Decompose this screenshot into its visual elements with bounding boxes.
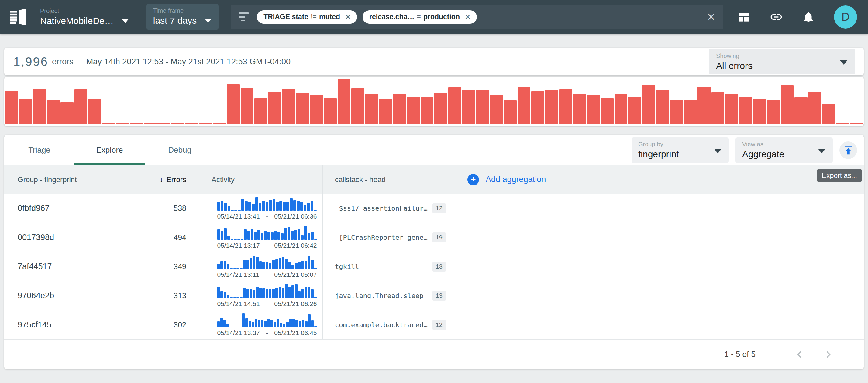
histogram-bar <box>199 123 212 124</box>
add-aggregation-button[interactable]: + Add aggregation <box>467 174 546 185</box>
remove-filter-icon[interactable]: ✕ <box>345 13 351 21</box>
notifications-icon[interactable] <box>802 10 815 24</box>
histogram-bar <box>172 123 184 124</box>
histogram-bar <box>116 123 129 124</box>
histogram-bar <box>434 93 447 124</box>
previous-page-button[interactable] <box>792 347 807 362</box>
histogram-bar <box>531 91 544 124</box>
next-page-button[interactable] <box>821 347 836 362</box>
export-icon <box>842 144 854 156</box>
histogram-bar <box>5 91 18 124</box>
histogram-bar <box>600 98 614 124</box>
table-row[interactable]: 97064e2b 313 05/14/21 14:51 - 05/21/21 0… <box>4 281 864 310</box>
activity-date-range: 05/14/21 13:37 - 05/21/21 06:45 <box>217 329 317 337</box>
histogram-bar <box>310 95 323 124</box>
link-icon[interactable] <box>770 10 783 24</box>
activity-separator: - <box>266 329 268 337</box>
column-header-callstack[interactable]: callstack - head <box>323 165 454 194</box>
histogram-bar <box>338 79 351 124</box>
activity-date-range: 05/14/21 13:17 - 05/21/21 06:42 <box>217 242 317 249</box>
filter-chip[interactable]: TRIAGE state!=muted✕ <box>257 10 357 24</box>
histogram-bar <box>254 98 268 124</box>
histogram-bar <box>296 93 309 124</box>
histogram-bar <box>781 85 794 124</box>
showing-label: Showing <box>716 53 848 60</box>
timeframe-selector[interactable]: Time frame last 7 days <box>147 4 219 30</box>
tab-triage[interactable]: Triage <box>4 135 74 165</box>
activity-sparkline <box>217 255 317 269</box>
activity-end: 05/21/21 06:45 <box>274 329 317 337</box>
add-aggregation-header: + Add aggregation <box>454 165 864 194</box>
histogram-bar <box>282 89 295 124</box>
tab-explore[interactable]: Explore <box>74 135 145 165</box>
clear-filters-button[interactable]: ✕ <box>707 12 716 22</box>
activity-separator: - <box>266 271 268 278</box>
avatar[interactable]: D <box>834 5 857 29</box>
histogram-bar <box>545 90 558 124</box>
column-header-activity[interactable]: Activity <box>199 165 323 194</box>
export-tooltip: Export as... <box>817 169 862 182</box>
fingerprint-value[interactable]: 97064e2b <box>18 291 54 301</box>
activity-end: 05/21/21 06:26 <box>274 300 317 307</box>
histogram-bar <box>241 88 254 124</box>
view-as-selector[interactable]: View as Aggregate <box>736 137 833 163</box>
top-bar-icons: D <box>737 5 857 29</box>
chevron-down-icon <box>714 149 721 153</box>
filter-field: TRIAGE state <box>264 13 308 21</box>
activity-date-range: 05/14/21 14:51 - 05/21/21 06:26 <box>217 300 317 307</box>
histogram-bar <box>559 89 572 124</box>
activity-start: 05/14/21 13:11 <box>217 271 259 278</box>
project-label: Project <box>40 8 129 14</box>
table-row[interactable]: 975cf145 302 05/14/21 13:37 - 05/21/21 0… <box>4 310 864 340</box>
histogram-bar <box>822 104 835 124</box>
histogram-bar <box>462 90 475 124</box>
histogram-bar <box>393 94 406 124</box>
export-button[interactable] <box>839 141 857 159</box>
tab-debug[interactable]: Debug <box>145 135 215 165</box>
activity-end: 05/21/21 06:36 <box>274 213 317 220</box>
backtrace-logo[interactable] <box>8 7 29 27</box>
view-as-value: Aggregate <box>742 149 826 159</box>
histogram-bar <box>407 97 420 124</box>
histogram-bar <box>670 100 683 124</box>
showing-value: All errors <box>716 61 848 71</box>
histogram-bar <box>130 123 143 124</box>
project-value: NativeMobileDe… <box>40 16 114 26</box>
filter-bar[interactable]: TRIAGE state!=muted✕release.cha…=product… <box>231 5 723 29</box>
filter-operator: != <box>311 13 317 21</box>
activity-start: 05/14/21 14:51 <box>217 300 260 307</box>
tabs-row: TriageExploreDebug Group by fingerprint … <box>4 135 864 165</box>
fingerprint-value[interactable]: 975cf145 <box>18 320 51 329</box>
histogram-bar <box>698 87 711 124</box>
showing-selector[interactable]: Showing All errors <box>709 49 855 74</box>
filter-chip[interactable]: release.cha…=production✕ <box>363 10 477 24</box>
fingerprint-value[interactable]: 0fbfd967 <box>18 204 50 213</box>
column-header-errors[interactable]: ↓ Errors <box>128 165 199 194</box>
callstack-count-badge: 13 <box>432 291 446 301</box>
histogram-bar <box>144 123 157 124</box>
fingerprint-value[interactable]: 0017398d <box>18 233 54 242</box>
activity-date-range: 05/14/21 13:11 - 05/21/21 05:07 <box>217 271 317 278</box>
filter-operator: = <box>417 13 421 21</box>
fingerprint-value[interactable]: 7af44517 <box>18 262 52 271</box>
histogram-card <box>4 77 864 126</box>
group-by-selector[interactable]: Group by fingerprint <box>631 137 729 163</box>
table-header: Group - fingerprint ↓ Errors Activity ca… <box>4 165 864 194</box>
view-controls: Group by fingerprint View as Aggregate <box>631 135 864 165</box>
filter-icon <box>239 12 249 21</box>
errors-histogram[interactable] <box>5 79 863 124</box>
activity-separator: - <box>266 242 268 249</box>
table-row[interactable]: 0017398d 494 05/14/21 13:17 - 05/21/21 0… <box>4 223 864 252</box>
date-range: May 14th 2021 12:53 - May 21st 2021 12:5… <box>86 57 290 66</box>
project-selector[interactable]: Project NativeMobileDe… <box>40 8 129 26</box>
dashboard-icon[interactable] <box>737 10 751 24</box>
remove-filter-icon[interactable]: ✕ <box>465 13 471 21</box>
column-header-fingerprint[interactable]: Group - fingerprint <box>4 165 128 194</box>
histogram-bar <box>476 90 489 124</box>
histogram-bar <box>227 84 240 124</box>
table-row[interactable]: 0fbfd967 538 05/14/21 13:41 - 05/21/21 0… <box>4 194 864 223</box>
callstack-head: -[PLCrashReporter gene… <box>335 234 428 241</box>
histogram-bar <box>642 85 655 124</box>
histogram-bar <box>808 92 822 124</box>
table-row[interactable]: 7af44517 349 05/14/21 13:11 - 05/21/21 0… <box>4 252 864 281</box>
